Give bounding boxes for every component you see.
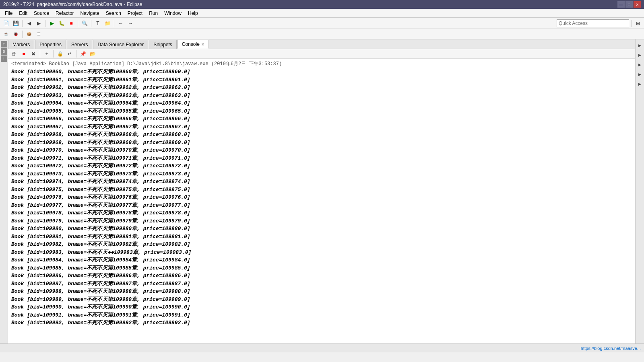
tab-servers[interactable]: Servers	[67, 40, 92, 49]
right-sidebar-btn-5[interactable]: ▶	[636, 80, 644, 88]
console-scroll-lock-btn[interactable]: 🔒	[56, 49, 64, 58]
console-line: Book [bid=109972, bname=不死不灭第109972章, pr…	[11, 162, 632, 170]
debug-perspective-btn[interactable]: 🐞	[11, 30, 20, 39]
new-button[interactable]: 📄	[2, 19, 10, 28]
console-line: Book [bid=109986, bname=不死不灭第109986章, pr…	[11, 272, 632, 280]
console-line: Book [bid=109980, bname=不死不灭第109980章, pr…	[11, 225, 632, 233]
debug-button[interactable]: 🐛	[57, 19, 66, 28]
tab-properties[interactable]: Properties	[35, 40, 66, 49]
console-line: Book [bid=109965, bname=不死不灭第109965章, pr…	[11, 107, 632, 115]
menu-run[interactable]: Run	[146, 10, 161, 17]
sidebar-icon-2[interactable]: B	[1, 48, 7, 55]
left-sidebar: T B !	[0, 39, 8, 343]
tb-separator-6	[631, 20, 632, 27]
console-line: Book [bid=109970, bname=不死不灭第109970章, pr…	[11, 146, 632, 154]
tab-console-close[interactable]: ✕	[201, 42, 204, 47]
next-edit-button[interactable]: →	[126, 19, 135, 28]
tab-markers[interactable]: Markers	[8, 40, 34, 49]
menu-source[interactable]: Source	[31, 10, 52, 17]
close-button[interactable]: ✕	[634, 1, 641, 8]
console-word-wrap-btn[interactable]: ↵	[65, 49, 74, 58]
console-line: Book [bid=109982, bname=不死不灭第109982章, pr…	[11, 241, 632, 249]
tb-separator-3	[78, 20, 78, 27]
console-line: Book [bid=109960, bname=不死不灭第109960章, pr…	[11, 68, 632, 76]
menu-refactor[interactable]: Refactor	[52, 10, 77, 17]
prev-edit-button[interactable]: ←	[116, 19, 125, 28]
menu-window[interactable]: Window	[161, 10, 185, 17]
console-tb-sep3	[76, 50, 76, 58]
sidebar-icon-1[interactable]: T	[1, 41, 7, 47]
console-line: Book [bid=109991, bname=不死不灭第109991章, pr…	[11, 311, 632, 319]
run-button[interactable]: ▶	[47, 19, 56, 28]
package-explorer-btn[interactable]: 📦	[25, 30, 33, 39]
tb-separator-4	[91, 20, 91, 27]
console-line: Book [bid=109983, bname=不死不灭◆◆109983章, p…	[11, 249, 632, 257]
right-sidebar-btn-1[interactable]: ▶	[636, 41, 644, 50]
console-line: Book [bid=109979, bname=不死不灭第109979章, pr…	[11, 217, 632, 225]
save-button[interactable]: 💾	[11, 19, 20, 28]
maximize-button[interactable]: □	[625, 1, 633, 8]
menu-edit[interactable]: Edit	[16, 10, 31, 17]
console-lines: Book [bid=109960, bname=不死不灭第109960章, pr…	[11, 68, 632, 327]
console-header: <terminated> BookDao [Java Application] …	[11, 60, 632, 67]
menubar: File Edit Source Refactor Navigate Searc…	[0, 9, 644, 18]
right-sidebar-btn-3[interactable]: ▶	[636, 60, 644, 69]
menu-navigate[interactable]: Navigate	[77, 10, 102, 17]
quick-access-area	[557, 19, 629, 27]
menu-search[interactable]: Search	[103, 10, 124, 17]
main-area: T B ! Markers Properties Servers Data So…	[0, 39, 644, 343]
perspectives-button[interactable]: ⊞	[634, 19, 642, 28]
console-line: Book [bid=109962, bname=不死不灭第109962章, pr…	[11, 84, 632, 92]
right-sidebar: ▶ ▶ ▶ ▶ ▶	[635, 39, 644, 343]
console-line: Book [bid=109988, bname=不死不灭第109988章, pr…	[11, 288, 632, 296]
right-sidebar-btn-4[interactable]: ▶	[636, 70, 644, 79]
open-type-button[interactable]: T	[93, 19, 102, 28]
open-resource-button[interactable]: 📁	[103, 19, 112, 28]
console-line: Book [bid=109967, bname=不死不灭第109967章, pr…	[11, 123, 632, 131]
right-sidebar-btn-2[interactable]: ▶	[636, 51, 644, 60]
console-tb-sep1	[40, 50, 40, 58]
tb-separator-2	[45, 20, 45, 27]
console-terminate-btn[interactable]: ■	[19, 49, 28, 58]
console-new-btn[interactable]: +	[42, 49, 51, 58]
console-line: Book [bid=109974, bname=不死不灭第109974章, pr…	[11, 178, 632, 186]
tab-snippets[interactable]: Snippets	[149, 40, 177, 49]
console-toolbar: 🗑 ■ ✖ + 🔒 ↵ 📌 📂	[8, 49, 635, 59]
console-remove-terminated-btn[interactable]: ✖	[29, 49, 38, 58]
stop-button[interactable]: ■	[67, 19, 76, 28]
console-line: Book [bid=109976, bname=不死不灭第109976章, pr…	[11, 193, 632, 202]
tab-bar: Markers Properties Servers Data Source E…	[8, 39, 635, 49]
console-line: Book [bid=109975, bname=不死不灭第109975章, pr…	[11, 186, 632, 194]
console-container: Markers Properties Servers Data Source E…	[8, 39, 635, 343]
console-line: Book [bid=109961, bname=不死不灭第109961章, pr…	[11, 76, 632, 84]
console-tb-sep2	[53, 50, 54, 58]
sidebar-icon-3[interactable]: !	[1, 56, 7, 62]
console-line: Book [bid=109978, bname=不死不灭第109978章, pr…	[11, 209, 632, 217]
tb2-separator-1	[22, 31, 23, 38]
console-open-file-btn[interactable]: 📂	[88, 49, 97, 58]
console-line: Book [bid=109966, bname=不死不灭第109966章, pr…	[11, 115, 632, 123]
tab-datasource[interactable]: Data Source Explorer	[93, 40, 148, 49]
java-perspective-btn[interactable]: ☕	[2, 30, 10, 39]
tab-console[interactable]: Console ✕	[178, 40, 209, 49]
toolbar-secondary: ☕ 🐞 📦 ☰	[0, 29, 644, 39]
console-line: Book [bid=109990, bname=不死不灭第109990章, pr…	[11, 303, 632, 311]
menu-file[interactable]: File	[2, 10, 16, 17]
statusbar-right: https://blog.csdn.net/maasve...	[581, 346, 641, 351]
console-line: Book [bid=109963, bname=不死不灭第109963章, pr…	[11, 92, 632, 100]
console-output[interactable]: <terminated> BookDao [Java Application] …	[8, 59, 635, 343]
quick-access-input[interactable]	[557, 19, 629, 27]
outline-btn[interactable]: ☰	[34, 30, 43, 39]
menu-help[interactable]: Help	[185, 10, 201, 17]
console-line: Book [bid=109984, bname=不死不灭第109984章, pr…	[11, 256, 632, 264]
menu-project[interactable]: Project	[124, 10, 146, 17]
titlebar: 2019y2 - T224_pagebean/src/com/ly/dao/Bo…	[0, 0, 644, 9]
minimize-button[interactable]: —	[617, 1, 625, 8]
console-line: Book [bid=109968, bname=不死不灭第109968章, pr…	[11, 131, 632, 139]
console-pin-btn[interactable]: 📌	[78, 49, 87, 58]
titlebar-controls: — □ ✕	[617, 1, 641, 8]
back-button[interactable]: ◀	[25, 19, 33, 28]
forward-button[interactable]: ▶	[34, 19, 43, 28]
search-tb-button[interactable]: 🔍	[80, 19, 89, 28]
console-clear-btn[interactable]: 🗑	[10, 49, 19, 58]
